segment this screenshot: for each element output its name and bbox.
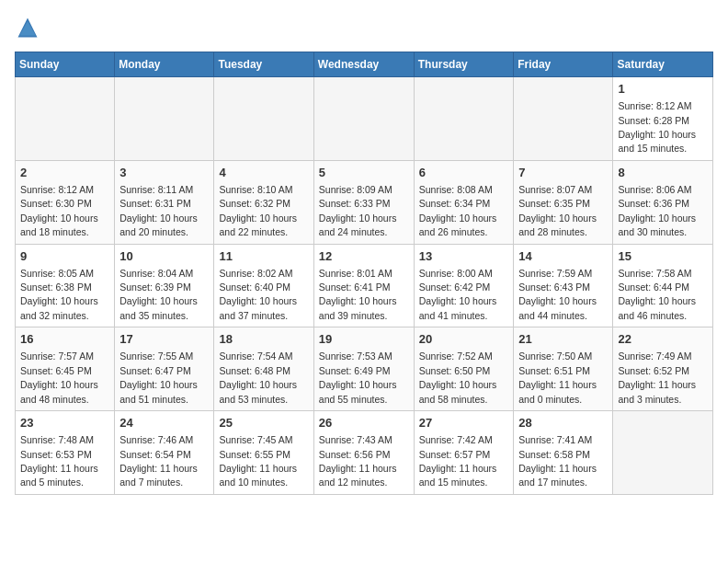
day-info: Sunrise: 7:58 AM Sunset: 6:44 PM Dayligh… <box>618 268 696 321</box>
day-info: Sunrise: 8:12 AM Sunset: 6:30 PM Dayligh… <box>20 184 98 237</box>
calendar-header: SundayMondayTuesdayWednesdayThursdayFrid… <box>16 52 713 77</box>
day-info: Sunrise: 8:11 AM Sunset: 6:31 PM Dayligh… <box>119 184 198 237</box>
day-number: 23 <box>20 415 109 431</box>
day-number: 25 <box>219 415 308 431</box>
day-number: 16 <box>20 331 109 348</box>
day-number: 24 <box>119 415 209 431</box>
day-info: Sunrise: 7:49 AM Sunset: 6:52 PM Dayligh… <box>618 350 696 404</box>
day-info: Sunrise: 7:57 AM Sunset: 6:45 PM Dayligh… <box>20 350 98 404</box>
day-number: 8 <box>618 165 708 181</box>
day-info: Sunrise: 7:55 AM Sunset: 6:47 PM Dayligh… <box>119 350 198 404</box>
day-info: Sunrise: 7:53 AM Sunset: 6:49 PM Dayligh… <box>319 350 397 404</box>
day-info: Sunrise: 8:01 AM Sunset: 6:41 PM Dayligh… <box>319 268 397 321</box>
day-cell: 17Sunrise: 7:55 AM Sunset: 6:47 PM Dayli… <box>115 327 214 411</box>
svg-marker-1 <box>19 21 36 36</box>
day-cell: 19Sunrise: 7:53 AM Sunset: 6:49 PM Dayli… <box>313 327 414 411</box>
day-number: 26 <box>319 415 409 431</box>
day-info: Sunrise: 7:46 AM Sunset: 6:54 PM Dayligh… <box>119 434 198 488</box>
day-number: 10 <box>119 248 209 265</box>
day-cell <box>613 411 713 495</box>
header-cell-monday: Monday <box>115 52 214 77</box>
day-info: Sunrise: 8:12 AM Sunset: 6:28 PM Dayligh… <box>618 100 696 154</box>
week-row-5: 23Sunrise: 7:48 AM Sunset: 6:53 PM Dayli… <box>16 411 713 495</box>
day-number: 14 <box>518 248 608 265</box>
logo-icon <box>15 15 40 40</box>
day-cell: 3Sunrise: 8:11 AM Sunset: 6:31 PM Daylig… <box>115 160 214 244</box>
calendar-body: 1Sunrise: 8:12 AM Sunset: 6:28 PM Daylig… <box>16 77 713 495</box>
week-row-4: 16Sunrise: 7:57 AM Sunset: 6:45 PM Dayli… <box>16 327 713 411</box>
day-cell: 8Sunrise: 8:06 AM Sunset: 6:36 PM Daylig… <box>613 160 713 244</box>
day-number: 6 <box>419 165 509 181</box>
day-number: 22 <box>618 331 708 348</box>
day-info: Sunrise: 7:59 AM Sunset: 6:43 PM Dayligh… <box>518 268 597 321</box>
day-cell: 28Sunrise: 7:41 AM Sunset: 6:58 PM Dayli… <box>514 411 613 495</box>
day-cell: 26Sunrise: 7:43 AM Sunset: 6:56 PM Dayli… <box>313 411 414 495</box>
day-number: 17 <box>119 331 209 348</box>
day-cell: 9Sunrise: 8:05 AM Sunset: 6:38 PM Daylig… <box>16 244 115 327</box>
day-info: Sunrise: 8:02 AM Sunset: 6:40 PM Dayligh… <box>219 268 297 321</box>
day-cell <box>214 77 313 161</box>
day-cell: 21Sunrise: 7:50 AM Sunset: 6:51 PM Dayli… <box>514 327 613 411</box>
day-number: 11 <box>219 248 308 265</box>
header-row: SundayMondayTuesdayWednesdayThursdayFrid… <box>16 52 713 77</box>
day-number: 20 <box>419 331 509 348</box>
logo <box>15 15 44 40</box>
day-cell: 5Sunrise: 8:09 AM Sunset: 6:33 PM Daylig… <box>313 160 414 244</box>
day-cell: 14Sunrise: 7:59 AM Sunset: 6:43 PM Dayli… <box>514 244 613 327</box>
day-cell: 4Sunrise: 8:10 AM Sunset: 6:32 PM Daylig… <box>214 160 313 244</box>
day-cell: 16Sunrise: 7:57 AM Sunset: 6:45 PM Dayli… <box>16 327 115 411</box>
day-info: Sunrise: 8:05 AM Sunset: 6:38 PM Dayligh… <box>20 268 98 321</box>
day-cell: 10Sunrise: 8:04 AM Sunset: 6:39 PM Dayli… <box>115 244 214 327</box>
day-number: 4 <box>219 165 308 181</box>
day-cell: 11Sunrise: 8:02 AM Sunset: 6:40 PM Dayli… <box>214 244 313 327</box>
day-info: Sunrise: 7:43 AM Sunset: 6:56 PM Dayligh… <box>319 434 397 488</box>
day-cell: 25Sunrise: 7:45 AM Sunset: 6:55 PM Dayli… <box>214 411 313 495</box>
day-number: 27 <box>419 415 509 431</box>
day-number: 5 <box>319 165 409 181</box>
day-cell: 22Sunrise: 7:49 AM Sunset: 6:52 PM Dayli… <box>613 327 713 411</box>
day-info: Sunrise: 7:41 AM Sunset: 6:58 PM Dayligh… <box>518 434 597 488</box>
week-row-1: 1Sunrise: 8:12 AM Sunset: 6:28 PM Daylig… <box>16 77 713 161</box>
day-number: 1 <box>618 81 708 98</box>
day-number: 28 <box>518 415 608 431</box>
day-number: 13 <box>419 248 509 265</box>
header-cell-sunday: Sunday <box>16 52 115 77</box>
day-number: 21 <box>518 331 608 348</box>
day-cell: 27Sunrise: 7:42 AM Sunset: 6:57 PM Dayli… <box>414 411 514 495</box>
calendar-table: SundayMondayTuesdayWednesdayThursdayFrid… <box>15 52 713 495</box>
header-cell-wednesday: Wednesday <box>313 52 414 77</box>
day-number: 9 <box>20 248 109 265</box>
day-cell: 12Sunrise: 8:01 AM Sunset: 6:41 PM Dayli… <box>313 244 414 327</box>
header-cell-thursday: Thursday <box>414 52 514 77</box>
day-cell: 23Sunrise: 7:48 AM Sunset: 6:53 PM Dayli… <box>16 411 115 495</box>
header-cell-tuesday: Tuesday <box>214 52 313 77</box>
day-info: Sunrise: 8:06 AM Sunset: 6:36 PM Dayligh… <box>618 184 696 237</box>
page-header <box>15 15 713 40</box>
day-cell: 13Sunrise: 8:00 AM Sunset: 6:42 PM Dayli… <box>414 244 514 327</box>
day-cell: 7Sunrise: 8:07 AM Sunset: 6:35 PM Daylig… <box>514 160 613 244</box>
day-info: Sunrise: 7:52 AM Sunset: 6:50 PM Dayligh… <box>419 350 497 404</box>
day-info: Sunrise: 7:48 AM Sunset: 6:53 PM Dayligh… <box>20 434 98 488</box>
day-info: Sunrise: 7:45 AM Sunset: 6:55 PM Dayligh… <box>219 434 297 488</box>
day-cell <box>16 77 115 161</box>
day-cell: 15Sunrise: 7:58 AM Sunset: 6:44 PM Dayli… <box>613 244 713 327</box>
day-info: Sunrise: 7:54 AM Sunset: 6:48 PM Dayligh… <box>219 350 297 404</box>
day-cell: 24Sunrise: 7:46 AM Sunset: 6:54 PM Dayli… <box>115 411 214 495</box>
week-row-3: 9Sunrise: 8:05 AM Sunset: 6:38 PM Daylig… <box>16 244 713 327</box>
day-cell: 6Sunrise: 8:08 AM Sunset: 6:34 PM Daylig… <box>414 160 514 244</box>
day-info: Sunrise: 7:42 AM Sunset: 6:57 PM Dayligh… <box>419 434 497 488</box>
header-cell-saturday: Saturday <box>613 52 713 77</box>
day-cell <box>414 77 514 161</box>
day-number: 19 <box>319 331 409 348</box>
day-info: Sunrise: 8:08 AM Sunset: 6:34 PM Dayligh… <box>419 184 497 237</box>
day-cell <box>115 77 214 161</box>
day-cell: 1Sunrise: 8:12 AM Sunset: 6:28 PM Daylig… <box>613 77 713 161</box>
week-row-2: 2Sunrise: 8:12 AM Sunset: 6:30 PM Daylig… <box>16 160 713 244</box>
day-number: 3 <box>119 165 209 181</box>
day-info: Sunrise: 8:00 AM Sunset: 6:42 PM Dayligh… <box>419 268 497 321</box>
day-info: Sunrise: 7:50 AM Sunset: 6:51 PM Dayligh… <box>518 350 597 404</box>
day-cell: 2Sunrise: 8:12 AM Sunset: 6:30 PM Daylig… <box>16 160 115 244</box>
day-cell: 20Sunrise: 7:52 AM Sunset: 6:50 PM Dayli… <box>414 327 514 411</box>
day-number: 7 <box>518 165 608 181</box>
day-number: 2 <box>20 165 109 181</box>
